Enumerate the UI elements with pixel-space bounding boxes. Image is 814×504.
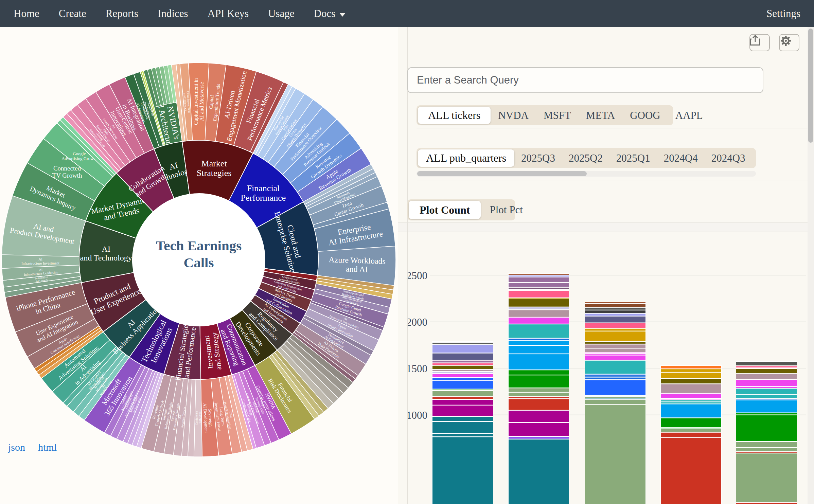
bar-segment[interactable] [661,394,721,398]
bar-segment[interactable] [509,437,569,439]
bar-segment[interactable] [432,354,493,360]
quarter-tab-2024q3[interactable]: 2024Q3 [705,152,752,164]
bar-segment[interactable] [585,314,645,316]
bar-segment[interactable] [661,399,721,399]
bar-segment[interactable] [509,310,569,317]
bar-segment[interactable] [585,375,645,376]
bar-segment[interactable] [509,423,569,436]
bar-segment[interactable] [661,369,721,372]
bar-segment[interactable] [509,318,569,324]
bar-segment[interactable] [509,324,569,338]
quarter-tab-2024q4[interactable]: 2024Q4 [657,152,705,164]
ticker-tab-goog[interactable]: GOOG [622,109,668,122]
bar-segment[interactable] [509,399,569,410]
search-input[interactable] [408,68,763,92]
bar-segment[interactable] [432,391,493,396]
bar-segment[interactable] [432,363,493,365]
bar-segment[interactable] [432,378,493,380]
bar-segment[interactable] [432,343,493,344]
bar-segment[interactable] [736,503,797,504]
bar-segment[interactable] [432,434,493,436]
bar-segment[interactable] [432,390,493,390]
bar-segment[interactable] [585,376,645,377]
bar-segment[interactable] [585,353,645,354]
bar-segment[interactable] [736,415,797,441]
bar-segment[interactable] [432,422,493,433]
bar-segment[interactable] [509,339,569,340]
bar-segment[interactable] [736,442,797,447]
bar-segment[interactable] [661,433,721,437]
bar-segment[interactable] [736,448,797,451]
bar-segment[interactable] [736,395,797,398]
bar-segment[interactable] [661,438,721,504]
bar-segment[interactable] [736,453,797,502]
bar-segment[interactable] [585,302,645,303]
bar-segment[interactable] [432,374,493,377]
ticker-tab-all-tickers[interactable]: ALL tickers [418,107,491,124]
bar-segment[interactable] [661,379,721,384]
bar-segment[interactable] [585,356,645,360]
bar-segment[interactable] [661,418,721,427]
bar-segment[interactable] [432,342,493,342]
bar-segment[interactable] [736,380,797,386]
bar-segment[interactable] [736,399,797,400]
bar-segment[interactable] [585,396,645,396]
bar-segment[interactable] [661,366,721,368]
quarter-tab-2025q1[interactable]: 2025Q1 [609,152,657,164]
bar-segment[interactable] [585,304,645,307]
bar-segment[interactable] [736,452,797,453]
ticker-tab-meta[interactable]: META [579,109,622,122]
bar-segment[interactable] [509,288,569,289]
bar-segment[interactable] [585,331,645,341]
nav-item-usage[interactable]: Usage [268,7,294,20]
html-link[interactable]: html [38,442,57,453]
bar-segment[interactable] [432,417,493,421]
bar-segment[interactable] [585,310,645,313]
bar-segment[interactable] [509,298,569,299]
bar-segment[interactable] [509,346,569,353]
bar-segment[interactable] [509,439,569,504]
bar-segment[interactable] [585,380,645,395]
bar-segment[interactable] [736,366,797,367]
bar-segment[interactable] [585,329,645,331]
ticker-tab-msft[interactable]: MSFT [536,109,579,122]
bar-segment[interactable] [509,341,569,345]
bar-segment[interactable] [509,283,569,287]
bar-segment[interactable] [509,277,569,282]
bar-segment[interactable] [509,290,569,290]
json-link[interactable]: json [8,442,25,453]
settings-button[interactable] [779,34,799,51]
nav-item-api-keys[interactable]: API Keys [208,7,249,20]
bar-segment[interactable] [736,400,797,413]
bar-segment[interactable] [509,275,569,276]
bar-segment[interactable] [736,362,797,365]
quarter-tab-2024q2[interactable]: 2024Q2 [752,152,756,164]
bar-segment[interactable] [432,406,493,416]
bar-segment[interactable] [585,405,645,504]
bar-segment[interactable] [509,274,569,275]
ticker-tab-nvda[interactable]: NVDA [491,109,536,122]
bar-segment[interactable] [661,428,721,429]
quarter-scrollbar-thumb[interactable] [417,171,587,176]
share-button[interactable] [749,34,770,51]
bar-segment[interactable] [736,387,797,388]
nav-item-reports[interactable]: Reports [106,7,138,20]
page-scrollbar-track[interactable] [808,27,814,504]
bar-segment[interactable] [736,413,797,415]
bar-segment[interactable] [585,361,645,374]
bar-segment[interactable] [509,375,569,388]
bar-segment[interactable] [585,317,645,323]
bar-segment[interactable] [585,348,645,352]
nav-item-indices[interactable]: Indices [158,7,188,20]
bar-segment[interactable] [585,323,645,328]
bar-segment[interactable] [585,342,645,344]
quarter-tab-2025q3[interactable]: 2025Q3 [514,152,562,164]
bar-segment[interactable] [509,388,569,392]
bar-segment[interactable] [585,400,645,404]
bar-segment[interactable] [432,397,493,399]
bar-segment[interactable] [736,367,797,368]
bar-segment[interactable] [736,389,797,394]
bar-segment[interactable] [432,370,493,371]
nav-item-docs[interactable]: Docs [314,7,346,20]
bar-segment[interactable] [585,344,645,348]
